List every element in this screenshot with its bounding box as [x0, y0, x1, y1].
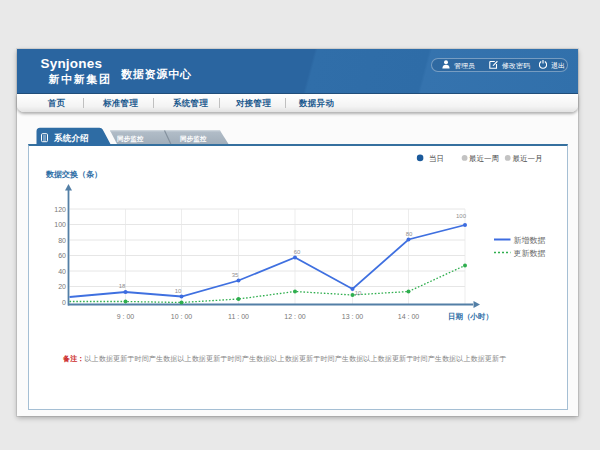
svg-text:80: 80 [406, 231, 413, 237]
svg-text:最近一周: 最近一周 [469, 154, 499, 163]
svg-text:9 : 00: 9 : 00 [117, 313, 135, 320]
svg-text:100: 100 [54, 221, 66, 228]
svg-text:更新数据: 更新数据 [514, 249, 546, 258]
svg-text:60: 60 [58, 252, 66, 259]
svg-text:新增数据: 新增数据 [514, 236, 546, 245]
svg-text:120: 120 [54, 206, 66, 213]
svg-text:80: 80 [58, 237, 66, 244]
svg-text:35: 35 [232, 272, 239, 278]
svg-text:13 : 00: 13 : 00 [342, 313, 364, 320]
svg-text:数据交换（条）: 数据交换（条） [45, 170, 102, 179]
svg-text:11 : 00: 11 : 00 [228, 313, 249, 320]
svg-text:12 : 00: 12 : 00 [284, 313, 306, 320]
svg-text:最近一月: 最近一月 [512, 154, 542, 163]
svg-text:60: 60 [294, 249, 301, 255]
svg-text:40: 40 [58, 268, 66, 275]
svg-text:100: 100 [456, 213, 467, 219]
svg-text:20: 20 [58, 283, 66, 290]
svg-text:10: 10 [355, 290, 362, 296]
svg-text:14 : 00: 14 : 00 [398, 313, 420, 320]
svg-text:0: 0 [62, 299, 66, 306]
svg-text:10 : 00: 10 : 00 [171, 313, 193, 320]
svg-text:当日: 当日 [429, 154, 444, 163]
svg-text:10: 10 [175, 288, 182, 294]
svg-text:日期（小时）: 日期（小时） [448, 312, 493, 321]
svg-text:18: 18 [119, 283, 126, 289]
